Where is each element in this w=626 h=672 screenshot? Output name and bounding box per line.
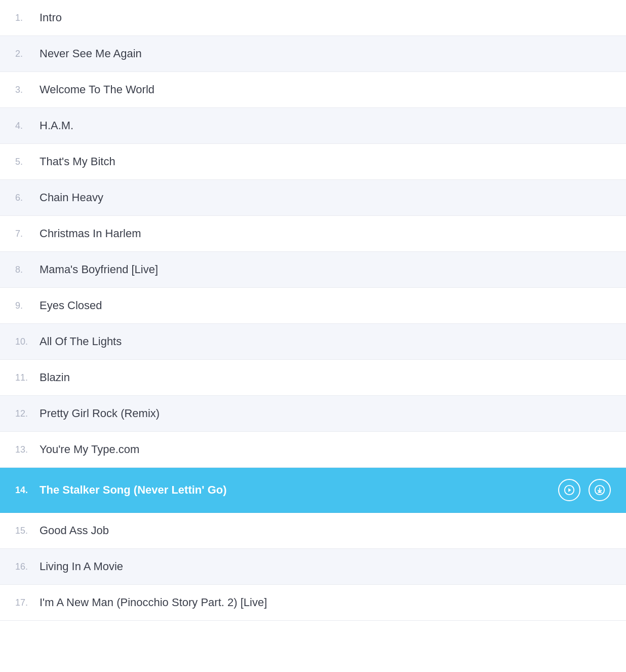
track-title: Good Ass Job	[40, 524, 611, 537]
track-item[interactable]: 9.Eyes Closed	[0, 288, 626, 324]
track-number: 1.	[15, 13, 40, 23]
track-title: Chain Heavy	[40, 191, 611, 204]
track-item[interactable]: 17.I'm A New Man (Pinocchio Story Part. …	[0, 585, 626, 621]
track-item[interactable]: 11.Blazin	[0, 360, 626, 396]
track-title: Pretty Girl Rock (Remix)	[40, 407, 611, 420]
track-number: 3.	[15, 85, 40, 95]
track-item[interactable]: 6.Chain Heavy	[0, 180, 626, 216]
track-item[interactable]: 15.Good Ass Job	[0, 513, 626, 549]
track-title: Intro	[40, 11, 611, 24]
track-title: Blazin	[40, 371, 611, 384]
track-number: 13.	[15, 444, 40, 455]
track-number: 8.	[15, 265, 40, 275]
track-item[interactable]: 12.Pretty Girl Rock (Remix)	[0, 396, 626, 432]
track-number: 15.	[15, 526, 40, 536]
track-title: That's My Bitch	[40, 155, 611, 168]
track-title: H.A.M.	[40, 119, 611, 132]
track-number: 10.	[15, 337, 40, 347]
track-number: 14.	[15, 485, 40, 496]
track-number: 6.	[15, 193, 40, 203]
track-item[interactable]: 1.Intro	[0, 0, 626, 36]
track-item[interactable]: 13.You're My Type.com	[0, 432, 626, 468]
track-list: 1.Intro2.Never See Me Again3.Welcome To …	[0, 0, 626, 621]
track-actions	[558, 479, 611, 501]
play-button[interactable]	[558, 479, 580, 501]
track-item[interactable]: 16.Living In A Movie	[0, 549, 626, 585]
track-number: 11.	[15, 372, 40, 383]
track-title: Welcome To The World	[40, 83, 611, 96]
track-number: 2.	[15, 49, 40, 59]
track-item[interactable]: 10.All Of The Lights	[0, 324, 626, 360]
track-title: Never See Me Again	[40, 47, 611, 60]
track-title: All Of The Lights	[40, 335, 611, 348]
track-title: Living In A Movie	[40, 560, 611, 573]
track-item[interactable]: 4.H.A.M.	[0, 108, 626, 144]
track-item[interactable]: 14.The Stalker Song (Never Lettin' Go)	[0, 468, 626, 513]
track-item[interactable]: 3.Welcome To The World	[0, 72, 626, 108]
track-item[interactable]: 8.Mama's Boyfriend [Live]	[0, 252, 626, 288]
track-item[interactable]: 2.Never See Me Again	[0, 36, 626, 72]
track-title: The Stalker Song (Never Lettin' Go)	[40, 483, 558, 497]
track-number: 7.	[15, 229, 40, 239]
track-number: 5.	[15, 157, 40, 167]
track-item[interactable]: 7.Christmas In Harlem	[0, 216, 626, 252]
track-title: Mama's Boyfriend [Live]	[40, 263, 611, 276]
track-title: Christmas In Harlem	[40, 227, 611, 240]
track-number: 12.	[15, 408, 40, 419]
track-title: I'm A New Man (Pinocchio Story Part. 2) …	[40, 596, 611, 609]
svg-marker-1	[568, 488, 571, 492]
track-title: Eyes Closed	[40, 299, 611, 312]
download-button[interactable]	[589, 479, 611, 501]
track-number: 9.	[15, 301, 40, 311]
track-title: You're My Type.com	[40, 443, 611, 456]
track-number: 17.	[15, 598, 40, 608]
track-number: 4.	[15, 121, 40, 131]
track-item[interactable]: 5.That's My Bitch	[0, 144, 626, 180]
track-number: 16.	[15, 562, 40, 572]
